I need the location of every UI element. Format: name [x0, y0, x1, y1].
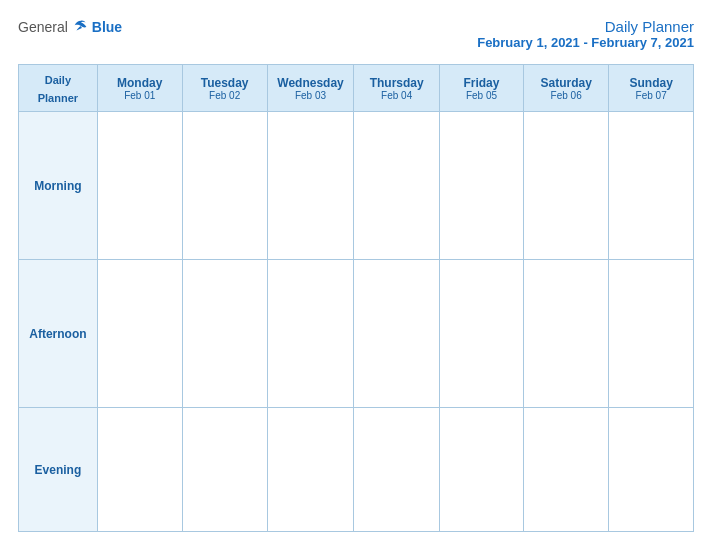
morning-mon-cell[interactable] — [97, 112, 182, 260]
col-header-thu: Thursday Feb 04 — [354, 65, 440, 112]
evening-tue-cell[interactable] — [182, 408, 267, 532]
title-sub: February 1, 2021 - February 7, 2021 — [477, 35, 694, 50]
logo-bird-icon — [72, 18, 90, 36]
afternoon-fri-cell[interactable] — [439, 260, 523, 408]
morning-label: Morning — [19, 112, 98, 260]
morning-wed-cell[interactable] — [267, 112, 354, 260]
morning-tue-cell[interactable] — [182, 112, 267, 260]
evening-fri-cell[interactable] — [439, 408, 523, 532]
evening-sun-cell[interactable] — [609, 408, 694, 532]
evening-sat-cell[interactable] — [523, 408, 608, 532]
morning-sun-cell[interactable] — [609, 112, 694, 260]
evening-mon-cell[interactable] — [97, 408, 182, 532]
afternoon-sat-cell[interactable] — [523, 260, 608, 408]
title-main: Daily Planner — [477, 18, 694, 35]
col-header-fri: Friday Feb 05 — [439, 65, 523, 112]
afternoon-wed-cell[interactable] — [267, 260, 354, 408]
evening-row: Evening — [19, 408, 694, 532]
header-row: DailyPlanner Monday Feb 01 Tuesday Feb 0… — [19, 65, 694, 112]
logo-blue-text: Blue — [92, 19, 122, 35]
afternoon-thu-cell[interactable] — [354, 260, 440, 408]
header: General Blue Daily Planner February 1, 2… — [18, 18, 694, 50]
col-header-sun: Sunday Feb 07 — [609, 65, 694, 112]
afternoon-sun-cell[interactable] — [609, 260, 694, 408]
morning-fri-cell[interactable] — [439, 112, 523, 260]
afternoon-mon-cell[interactable] — [97, 260, 182, 408]
col-header-wed: Wednesday Feb 03 — [267, 65, 354, 112]
morning-sat-cell[interactable] — [523, 112, 608, 260]
afternoon-label: Afternoon — [19, 260, 98, 408]
logo-general-text: General — [18, 19, 68, 35]
page: General Blue Daily Planner February 1, 2… — [0, 0, 712, 550]
morning-thu-cell[interactable] — [354, 112, 440, 260]
evening-wed-cell[interactable] — [267, 408, 354, 532]
title-area: Daily Planner February 1, 2021 - Februar… — [477, 18, 694, 50]
col-header-tue: Tuesday Feb 02 — [182, 65, 267, 112]
evening-thu-cell[interactable] — [354, 408, 440, 532]
afternoon-row: Afternoon — [19, 260, 694, 408]
logo-area: General Blue — [18, 18, 122, 36]
calendar-table: DailyPlanner Monday Feb 01 Tuesday Feb 0… — [18, 64, 694, 532]
afternoon-tue-cell[interactable] — [182, 260, 267, 408]
morning-row: Morning — [19, 112, 694, 260]
logo: General Blue — [18, 18, 122, 36]
evening-label: Evening — [19, 408, 98, 532]
col-header-label: DailyPlanner — [19, 65, 98, 112]
col-header-sat: Saturday Feb 06 — [523, 65, 608, 112]
col-header-mon: Monday Feb 01 — [97, 65, 182, 112]
